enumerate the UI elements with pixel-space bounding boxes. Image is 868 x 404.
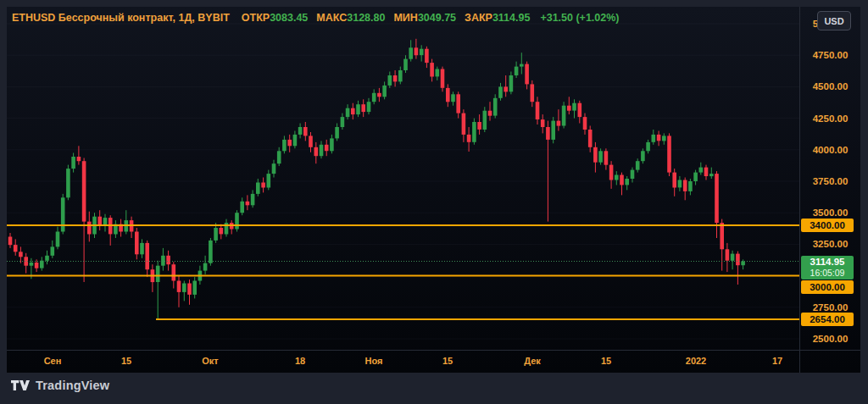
time-axis[interactable]: Сен15Окт18Ноя15Дек15202217 xyxy=(7,350,860,373)
chart-panel: ETHUSD Бессрочный контракт, 1Д, BYBIT ОТ… xyxy=(7,7,860,373)
price-tick-label: 2500.00 xyxy=(800,333,860,345)
time-tick-label: Ноя xyxy=(365,356,383,366)
level-price-badge[interactable]: 3000.00 xyxy=(801,280,854,294)
price-tick-label: 2750.00 xyxy=(800,302,860,313)
tradingview-logo-icon[interactable] xyxy=(11,379,30,391)
ohlc-open: ОТКР3083.45 xyxy=(242,12,309,24)
price-tick-label: 4250.00 xyxy=(800,113,860,125)
ohlc-high: МАКС3128.80 xyxy=(316,12,385,24)
time-tick-label: 17 xyxy=(772,356,782,366)
tradingview-brand-text[interactable]: TradingView xyxy=(36,379,109,392)
price-axis[interactable]: USD 3114.95 16:05:09 5000.004750.004500.… xyxy=(799,7,860,350)
chart-legend: ETHUSD Бессрочный контракт, 1Д, BYBIT ОТ… xyxy=(12,12,620,24)
bar-countdown: 16:05:09 xyxy=(810,268,845,279)
time-tick-label: 15 xyxy=(442,356,453,366)
level-price-badge[interactable]: 2654.00 xyxy=(801,313,854,326)
time-tick-label: 15 xyxy=(601,356,611,366)
level-price-badge[interactable]: 3400.00 xyxy=(801,219,854,232)
tradingview-chart-window: ETHUSD Бессрочный контракт, 1Д, BYBIT ОТ… xyxy=(0,0,868,404)
axis-corner-divider xyxy=(799,351,800,373)
symbol-title[interactable]: ETHUSD Бессрочный контракт, 1Д, BYBIT xyxy=(12,12,230,24)
time-tick-label: 2022 xyxy=(686,356,706,366)
ohlc-close: ЗАКР3114.95 xyxy=(465,12,530,24)
time-tick-label: Окт xyxy=(202,356,218,366)
currency-unit-button[interactable]: USD xyxy=(817,11,851,30)
candlestick-chart[interactable] xyxy=(7,7,799,350)
current-price-value: 3114.95 xyxy=(810,257,845,268)
price-tick-label: 4750.00 xyxy=(800,49,860,61)
time-tick-label: 18 xyxy=(295,356,305,366)
chart-pane[interactable] xyxy=(7,7,799,350)
time-tick-label: Дек xyxy=(524,356,541,366)
footer: TradingView xyxy=(11,379,109,392)
price-tick-label: 3750.00 xyxy=(800,175,860,187)
time-tick-label: 15 xyxy=(121,356,131,366)
current-price-badge[interactable]: 3114.95 16:05:09 xyxy=(801,256,854,279)
ohlc-low: МИН3049.75 xyxy=(393,12,456,24)
price-tick-label: 3250.00 xyxy=(800,238,860,250)
price-tick-label: 3500.00 xyxy=(800,207,860,219)
price-tick-label: 4500.00 xyxy=(800,80,860,92)
price-change: +31.50 (+1.02%) xyxy=(540,12,619,24)
price-tick-label: 4000.00 xyxy=(800,144,860,156)
time-tick-label: Сен xyxy=(44,356,62,366)
